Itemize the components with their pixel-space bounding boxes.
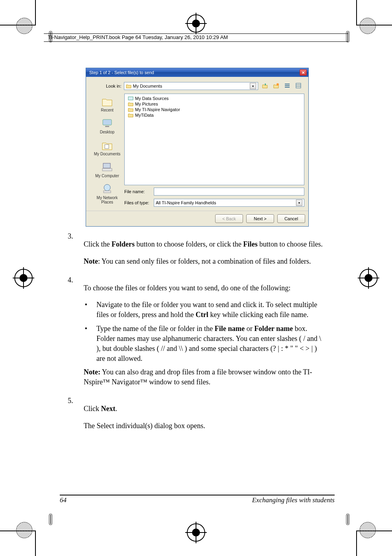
bold-text: Note: (84, 368, 100, 376)
running-header: TI-Navigator_Help_PRINT.book Page 64 Tue… (48, 34, 228, 40)
svg-rect-42 (128, 97, 133, 100)
folder-icon (128, 102, 133, 106)
content: Step 1 of 2 - Select file(s) to send ✕ L… (68, 56, 327, 440)
text: or (245, 325, 254, 333)
svg-point-17 (360, 18, 376, 34)
list-item[interactable]: My TI-Nspire Navigator (128, 107, 301, 112)
bold-text: Ctrl (196, 311, 208, 319)
corner-hatch-icon (15, 17, 33, 35)
svg-rect-37 (105, 145, 109, 149)
bold-text: Note (84, 257, 98, 265)
bold-text: File name (215, 325, 245, 333)
svg-point-18 (16, 522, 32, 538)
places-mycomputer[interactable]: My Computer (90, 159, 124, 181)
file-label: My Pictures (135, 102, 158, 106)
filetype-row: Files of type: All TI-Nspire Family Hand… (124, 196, 304, 208)
step-5: 5. Click Next. The Select individual(s) … (68, 397, 327, 438)
filetype-value: All TI-Nspire Family Handhelds (156, 200, 216, 205)
lookin-combo[interactable]: My Documents ▾ (124, 82, 258, 90)
places-desktop[interactable]: Desktop (90, 116, 124, 137)
view-details-button[interactable] (294, 82, 303, 90)
bullet-body: Navigate to the file or folder you want … (96, 300, 327, 320)
spiral-icon (339, 511, 350, 527)
bold-text: Files (243, 240, 257, 248)
new-folder-button[interactable] (272, 82, 280, 90)
list-item[interactable]: My Pictures (128, 101, 301, 107)
bullet-body: Type the name of the file or folder in t… (96, 324, 327, 363)
dialog-titlebar: Step 1 of 2 - Select file(s) to send ✕ (86, 68, 308, 77)
corner-hatch-icon (359, 521, 377, 539)
view-details-icon (295, 82, 302, 90)
filetype-combo[interactable]: All TI-Nspire Family Handhelds ▾ (154, 199, 304, 207)
close-icon: ✕ (302, 70, 305, 75)
bullet-list: • Navigate to the file or folder you wan… (84, 300, 327, 363)
svg-point-40 (104, 184, 110, 191)
datasource-icon (128, 96, 133, 101)
places-mynetwork[interactable]: My Network Places (90, 181, 124, 208)
places-label: My Documents (90, 152, 124, 156)
crop-mark (356, 0, 357, 25)
text: . (115, 405, 117, 413)
registration-mark-icon (185, 522, 207, 543)
text: Click the (84, 240, 112, 248)
filename-row: File name: (124, 185, 304, 196)
file-label: MyTiData (135, 113, 154, 117)
svg-rect-36 (105, 126, 109, 127)
svg-rect-27 (347, 515, 349, 524)
step-number: 3. (68, 232, 76, 270)
places-mydocs[interactable]: My Documents (90, 137, 124, 159)
close-button[interactable]: ✕ (300, 69, 307, 76)
crop-mark (35, 0, 36, 25)
filename-label: File name: (124, 189, 151, 194)
svg-point-16 (16, 18, 32, 34)
text: Click (84, 405, 101, 413)
bold-text: Folder name (254, 325, 293, 333)
mynetwork-icon (100, 183, 114, 195)
places-label: Recent (90, 108, 124, 112)
back-button[interactable]: < Back (215, 214, 243, 223)
step-body: To choose the files or folders you want … (84, 276, 327, 391)
list-item[interactable]: My Data Sources (128, 96, 301, 101)
view-list-icon (284, 82, 290, 90)
bold-text: Folders (112, 240, 135, 248)
step-3: 3. Click the Folders button to choose fo… (68, 232, 327, 270)
registration-mark-icon (13, 267, 34, 289)
places-label: Places (90, 200, 124, 204)
places-recent[interactable]: Recent (90, 94, 124, 116)
file-label: My TI-Nspire Navigator (135, 107, 180, 112)
svg-rect-31 (285, 87, 290, 88)
list-item[interactable]: MyTiData (128, 112, 301, 118)
file-list[interactable]: My Data Sources My Pictures My TI-Nspire… (124, 94, 304, 185)
bullet-icon: • (84, 324, 88, 363)
text: The Select individual(s) dialog box open… (84, 421, 327, 431)
dialog-title: Step 1 of 2 - Select file(s) to send (89, 70, 154, 75)
places-label: My Computer (90, 174, 124, 178)
svg-rect-38 (103, 163, 110, 168)
view-menu-button[interactable] (283, 82, 292, 90)
footer-title: Exchanging files with students (252, 496, 335, 504)
cancel-button[interactable]: Cancel (277, 214, 305, 223)
text: button to choose folders, or click the (135, 240, 243, 248)
crop-mark (35, 531, 36, 556)
chevron-down-icon: ▾ (296, 200, 302, 206)
step-number: 5. (68, 397, 76, 438)
folder-icon (126, 84, 131, 88)
svg-rect-30 (285, 85, 290, 86)
file-label: My Data Sources (135, 96, 169, 101)
next-button[interactable]: Next > (246, 214, 274, 223)
recent-icon (100, 95, 114, 107)
up-one-level-button[interactable] (261, 82, 269, 90)
steps-list: 3. Click the Folders button to choose fo… (68, 232, 327, 438)
bullet-item: • Navigate to the file or folder you wan… (84, 300, 327, 320)
bullet-item: • Type the name of the file or folder in… (84, 324, 327, 363)
folder-up-icon (262, 82, 268, 90)
text: : You can send only files or folders, no… (98, 257, 311, 265)
new-folder-icon (273, 82, 279, 90)
filetype-label: Files of type: (124, 200, 151, 205)
filename-input[interactable] (154, 188, 304, 196)
svg-rect-39 (102, 168, 112, 171)
folder-icon (128, 113, 133, 117)
step-number: 4. (68, 276, 76, 391)
mydocs-icon (100, 139, 114, 151)
svg-rect-32 (296, 83, 301, 88)
